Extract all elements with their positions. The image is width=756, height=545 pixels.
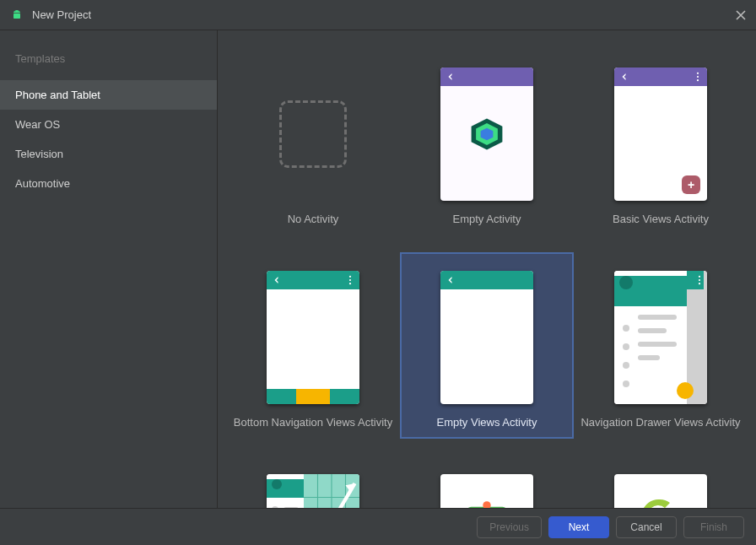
cancel-button[interactable]: Cancel: [616, 516, 677, 538]
template-preview: [440, 271, 533, 404]
svg-point-24: [483, 501, 490, 508]
close-icon[interactable]: [736, 10, 746, 20]
footer: Previous Next Cancel Finish: [0, 508, 756, 545]
template-preview: [614, 271, 707, 404]
back-arrow-icon: [619, 72, 629, 82]
template-empty-activity[interactable]: Empty Activity: [400, 49, 574, 235]
next-button[interactable]: Next: [548, 516, 609, 538]
template-preview: + +: [614, 474, 707, 508]
button-label: Next: [569, 521, 590, 533]
svg-point-10: [699, 276, 700, 278]
template-label: Navigation Drawer Views Activity: [580, 416, 740, 435]
template-empty-views[interactable]: Empty Views Activity: [400, 252, 574, 439]
android-icon: [10, 8, 24, 22]
template-label: Basic Views Activity: [613, 213, 709, 232]
template-bottom-nav[interactable]: Bottom Navigation Views Activity: [226, 252, 400, 439]
dashed-box-icon: [279, 100, 347, 168]
titlebar: New Project: [0, 0, 756, 30]
back-arrow-icon: [272, 275, 282, 285]
back-arrow-icon: [446, 275, 456, 285]
template-preview: [440, 67, 533, 201]
button-label: Cancel: [630, 521, 662, 533]
template-responsive[interactable]: Responsive Views Activity: [226, 456, 400, 508]
button-label: Finish: [700, 521, 727, 533]
template-preview: [267, 271, 359, 404]
template-native-cpp[interactable]: + + Native C++: [574, 456, 748, 508]
finish-button[interactable]: Finish: [683, 516, 744, 538]
template-no-activity[interactable]: No Activity: [226, 49, 400, 235]
overflow-icon: [694, 71, 702, 83]
svg-point-7: [349, 276, 351, 278]
template-nav-drawer[interactable]: Navigation Drawer Views Activity: [574, 252, 748, 439]
template-basic-views[interactable]: + Basic Views Activity: [574, 49, 748, 235]
template-gallery: No Activity Empty Activi: [218, 30, 756, 508]
drawer-panel-icon: [614, 271, 687, 404]
template-label: Empty Activity: [453, 213, 521, 232]
template-preview: [267, 67, 359, 201]
fab-icon: +: [682, 175, 700, 194]
gamepad-icon: [462, 499, 512, 508]
svg-point-11: [699, 279, 700, 281]
template-preview: +: [614, 67, 707, 201]
template-label: No Activity: [288, 213, 339, 232]
sidebar-item-label: Wear OS: [15, 118, 60, 131]
template-label: Empty Views Activity: [437, 416, 537, 435]
svg-point-5: [697, 76, 699, 78]
svg-rect-0: [14, 13, 20, 19]
sidebar-item-wear-os[interactable]: Wear OS: [0, 110, 217, 139]
previous-button[interactable]: Previous: [477, 516, 542, 538]
overflow-icon: [346, 274, 354, 286]
template-preview: [440, 474, 533, 508]
svg-point-6: [697, 79, 699, 81]
sidebar-item-phone-tablet[interactable]: Phone and Tablet: [0, 80, 217, 110]
button-label: Previous: [489, 521, 529, 533]
svg-point-4: [697, 73, 699, 74]
sidebar-item-label: Television: [15, 148, 63, 160]
template-label: Bottom Navigation Views Activity: [234, 416, 392, 435]
detail-pane-icon: [304, 474, 359, 508]
bottom-nav-bar-icon: [267, 389, 359, 404]
compose-logo-icon: [467, 115, 506, 154]
svg-point-12: [699, 283, 700, 284]
sidebar-item-automotive[interactable]: Automotive: [0, 169, 217, 198]
sidebar-item-label: Phone and Tablet: [15, 89, 100, 101]
window-title: New Project: [32, 8, 736, 21]
sidebar-item-label: Automotive: [15, 177, 70, 190]
svg-point-9: [349, 283, 351, 284]
sidebar-header: Templates: [0, 47, 217, 80]
svg-point-8: [349, 279, 351, 281]
template-preview: [267, 474, 359, 508]
template-game[interactable]: Game Activity (C++): [400, 456, 574, 508]
sidebar: Templates Phone and Tablet Wear OS Telev…: [0, 30, 218, 508]
cpp-logo-icon: + +: [631, 495, 690, 508]
sidebar-item-television[interactable]: Television: [0, 139, 217, 169]
overflow-icon: [695, 274, 704, 286]
